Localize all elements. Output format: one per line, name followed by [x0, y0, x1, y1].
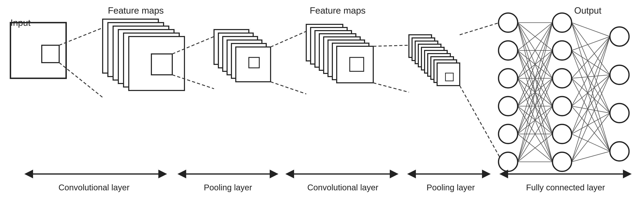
- svg-line-31: [373, 45, 409, 46]
- svg-point-61: [610, 142, 629, 161]
- svg-line-109: [572, 78, 610, 151]
- svg-point-50: [498, 124, 518, 144]
- svg-marker-133: [482, 170, 491, 178]
- svg-marker-132: [407, 170, 416, 178]
- svg-point-55: [552, 96, 572, 116]
- svg-point-49: [498, 96, 518, 116]
- svg-point-54: [552, 69, 572, 88]
- svg-rect-9: [129, 36, 184, 90]
- svg-point-51: [498, 152, 518, 172]
- main-svg: [0, 0, 644, 210]
- svg-rect-0: [10, 22, 66, 78]
- svg-line-112: [572, 106, 610, 113]
- svg-line-120: [572, 113, 610, 162]
- svg-line-98: [572, 22, 610, 36]
- svg-point-56: [552, 124, 572, 144]
- svg-line-44: [460, 22, 500, 35]
- cnn-diagram: Input Feature maps Feature maps Output C…: [0, 0, 644, 210]
- svg-point-59: [610, 65, 629, 84]
- svg-line-99: [572, 22, 610, 75]
- svg-rect-42: [437, 63, 460, 86]
- svg-line-45: [460, 86, 500, 156]
- svg-marker-130: [390, 170, 398, 178]
- svg-point-57: [552, 152, 572, 172]
- svg-line-121: [572, 151, 610, 162]
- svg-rect-29: [337, 46, 373, 83]
- svg-point-60: [610, 104, 629, 123]
- svg-line-105: [572, 50, 610, 151]
- svg-point-58: [610, 27, 629, 46]
- svg-line-21: [270, 82, 306, 94]
- svg-line-32: [373, 83, 409, 92]
- svg-line-113: [572, 106, 610, 151]
- svg-line-104: [572, 50, 610, 113]
- svg-line-101: [572, 22, 610, 151]
- svg-point-53: [552, 41, 572, 60]
- svg-marker-129: [285, 170, 294, 178]
- svg-point-52: [552, 13, 572, 32]
- svg-rect-1: [42, 45, 59, 63]
- svg-line-107: [572, 75, 610, 78]
- svg-rect-18: [236, 47, 270, 82]
- svg-marker-126: [178, 170, 186, 178]
- svg-point-46: [498, 13, 518, 32]
- svg-marker-136: [623, 170, 632, 178]
- svg-point-47: [498, 41, 518, 60]
- svg-marker-127: [270, 170, 278, 178]
- svg-point-48: [498, 69, 518, 88]
- svg-marker-123: [24, 170, 33, 178]
- svg-marker-124: [158, 170, 167, 178]
- svg-line-114: [572, 36, 610, 134]
- svg-line-116: [572, 113, 610, 134]
- svg-line-20: [270, 31, 306, 47]
